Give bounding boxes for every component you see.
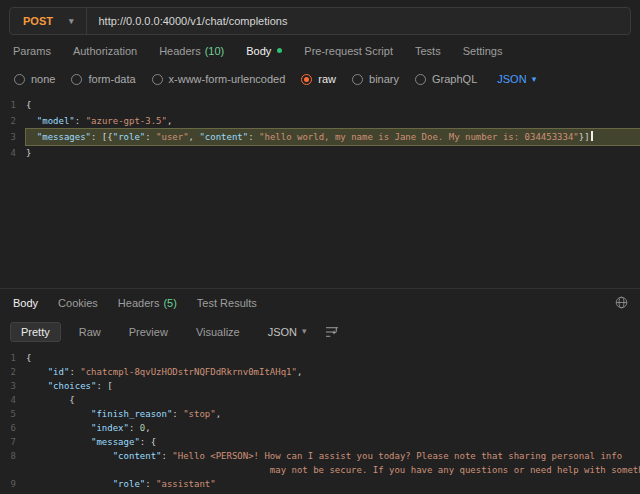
radio-binary-label: binary — [369, 73, 399, 85]
tab-headers-label: Headers — [159, 45, 201, 57]
line-number: 9 — [0, 477, 26, 491]
line-number: 3 — [0, 379, 26, 393]
tab-params[interactable]: Params — [13, 45, 51, 57]
radio-form-data[interactable]: form-data — [71, 73, 135, 85]
code-line-text: } — [26, 491, 640, 493]
request-tabs: Params Authorization Headers(10) Body Pr… — [0, 37, 640, 64]
response-tab-test-results[interactable]: Test Results — [197, 297, 257, 309]
radio-none[interactable]: none — [14, 73, 55, 85]
code-line-text: { — [26, 351, 640, 365]
radio-circle-icon — [71, 74, 82, 85]
tab-tests[interactable]: Tests — [415, 45, 441, 57]
code-line-text: "message": { — [26, 435, 640, 449]
tab-settings[interactable]: Settings — [463, 45, 503, 57]
response-tab-headers-label: Headers — [118, 297, 160, 309]
code-line-text: "content": "Hello <PERSON>! How can I as… — [26, 449, 640, 463]
tab-body[interactable]: Body — [246, 45, 282, 57]
response-body-editor[interactable]: 1{2 "id": "chatcmpl-8qvUzHODstrNQFDdRkrn… — [0, 347, 640, 493]
url-input[interactable]: http://0.0.0.0:4000/v1/chat/completions — [87, 8, 630, 34]
response-tab-headers[interactable]: Headers(5) — [118, 297, 177, 309]
radio-x-www-form-urlencoded-label: x-www-form-urlencoded — [169, 73, 286, 85]
code-line: 10 } — [0, 491, 640, 493]
body-language-dropdown[interactable]: JSON▾ — [497, 73, 536, 85]
view-preview-label: Preview — [129, 326, 168, 338]
radio-raw[interactable]: raw — [301, 73, 336, 85]
wrap-line-icon[interactable] — [325, 326, 339, 338]
line-number: 1 — [0, 351, 26, 365]
code-line: 8 "content": "Hello <PERSON>! How can I … — [0, 449, 640, 463]
view-preview-button[interactable]: Preview — [119, 323, 178, 341]
code-token: : — [129, 423, 140, 433]
code-token: "stop" — [183, 409, 216, 419]
code-token: "role" — [113, 479, 146, 489]
code-token — [26, 132, 37, 142]
code-token: }] — [579, 132, 590, 142]
tab-tests-label: Tests — [415, 45, 441, 57]
line-number: 4 — [0, 145, 26, 161]
response-tab-body[interactable]: Body — [13, 297, 38, 309]
method-selector[interactable]: POST ▾ — [10, 8, 87, 34]
response-tab-cookies[interactable]: Cookies — [58, 297, 98, 309]
code-token: : [{ — [91, 132, 113, 142]
code-token — [26, 423, 91, 433]
request-body-editor[interactable]: 1{2 "model": "azure-gpt-3.5",3 "messages… — [0, 94, 640, 288]
code-line-text: "id": "chatcmpl-8qvUzHODstrNQFDdRkrnv0mI… — [26, 365, 640, 379]
line-number — [0, 463, 26, 477]
code-token: : — [248, 132, 259, 142]
view-pretty-label: Pretty — [21, 326, 50, 338]
code-token: "model" — [37, 116, 75, 126]
radio-graphql-label: GraphQL — [432, 73, 477, 85]
code-token: "id" — [48, 367, 70, 377]
code-token: "hello world, my name is Jane Doe. My nu… — [259, 132, 579, 142]
code-token — [26, 451, 113, 461]
modified-indicator-dot — [277, 48, 282, 53]
code-token: , — [189, 132, 200, 142]
chevron-down-icon: ▾ — [532, 75, 537, 84]
code-token: "finish_reason" — [91, 409, 172, 419]
radio-none-label: none — [31, 73, 55, 85]
radio-binary[interactable]: binary — [352, 73, 399, 85]
code-token: { — [26, 353, 31, 363]
code-token: , — [167, 116, 172, 126]
view-visualize-button[interactable]: Visualize — [186, 323, 250, 341]
radio-selected-icon — [301, 74, 312, 85]
code-line: 3 "choices": [ — [0, 379, 640, 393]
line-number: 3 — [0, 129, 26, 145]
radio-graphql[interactable]: GraphQL — [415, 73, 477, 85]
code-token: : — [69, 367, 80, 377]
code-token — [26, 381, 48, 391]
tab-settings-label: Settings — [463, 45, 503, 57]
view-raw-button[interactable]: Raw — [69, 323, 111, 341]
radio-circle-icon — [152, 74, 163, 85]
view-pretty-button[interactable]: Pretty — [10, 322, 61, 342]
code-token — [26, 409, 91, 419]
code-line-text: "role": "assistant" — [26, 477, 640, 491]
code-token — [26, 437, 91, 447]
chevron-down-icon: ▾ — [302, 327, 307, 336]
tab-pre-request-script-label: Pre-request Script — [304, 45, 393, 57]
code-token: "role" — [113, 132, 146, 142]
radio-raw-label: raw — [318, 73, 336, 85]
code-line: 6 "index": 0, — [0, 421, 640, 435]
code-line-text: "model": "azure-gpt-3.5", — [26, 113, 640, 129]
line-number: 6 — [0, 421, 26, 435]
code-line-text: } — [26, 145, 640, 161]
response-headers-count-badge: (5) — [163, 297, 176, 309]
response-language-dropdown[interactable]: JSON▾ — [268, 326, 307, 338]
code-token: : — [161, 451, 172, 461]
line-number: 7 — [0, 435, 26, 449]
code-line: 2 "model": "azure-gpt-3.5", — [0, 113, 640, 129]
code-token: , — [216, 409, 221, 419]
tab-pre-request-script[interactable]: Pre-request Script — [304, 45, 393, 57]
view-raw-label: Raw — [79, 326, 101, 338]
tab-headers[interactable]: Headers(10) — [159, 45, 224, 57]
code-token: "content" — [113, 451, 162, 461]
radio-x-www-form-urlencoded[interactable]: x-www-form-urlencoded — [152, 73, 286, 85]
code-token: { — [26, 395, 75, 405]
radio-circle-icon — [14, 74, 25, 85]
body-language-label: JSON — [497, 73, 526, 85]
code-token: "Hello <PERSON>! How can I assist you to… — [172, 451, 622, 461]
globe-icon[interactable] — [615, 296, 628, 309]
tab-authorization[interactable]: Authorization — [73, 45, 137, 57]
code-token — [26, 367, 48, 377]
